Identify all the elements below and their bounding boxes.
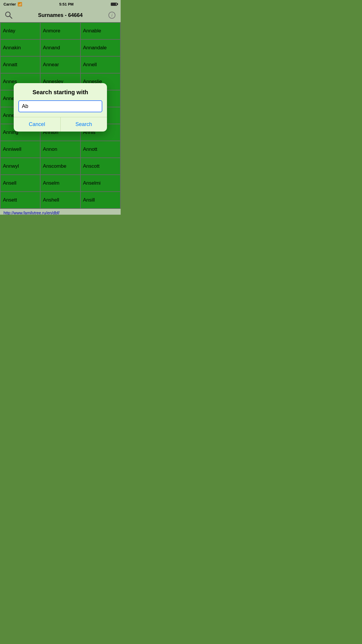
search-input[interactable]	[18, 100, 102, 112]
cancel-button[interactable]: Cancel	[14, 117, 61, 132]
search-modal: Search starting with Cancel Search	[14, 83, 107, 132]
modal-buttons: Cancel Search	[14, 117, 107, 132]
search-button[interactable]: Search	[61, 117, 107, 132]
modal-overlay: Search starting with Cancel Search	[0, 0, 121, 215]
modal-title: Search starting with	[18, 89, 102, 96]
